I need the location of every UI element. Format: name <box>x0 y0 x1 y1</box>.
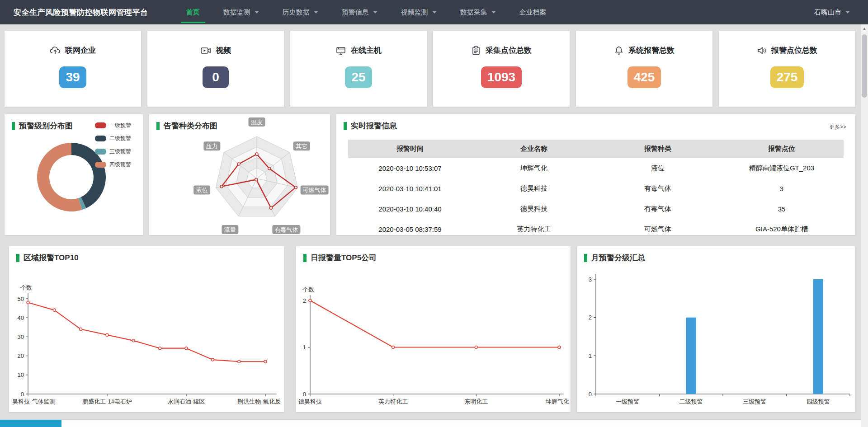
bottom-strip <box>0 419 861 427</box>
panel-title: 告警种类分布图 <box>156 121 217 131</box>
dashboard-screen: 安全生产风险预警防控物联网管理平台 首页 数据监测 历史数据 预警信息 视频监测… <box>0 0 868 427</box>
nav-item-history-data[interactable]: 历史数据 <box>271 0 330 24</box>
nav-item-warning-info[interactable]: 预警信息 <box>330 0 389 24</box>
nav-item-enterprise-archive[interactable]: 企业档案 <box>508 0 558 24</box>
stat-value: 0 <box>203 66 229 88</box>
panel-title: 区域报警TOP10 <box>16 253 79 263</box>
svg-text:1: 1 <box>589 352 592 359</box>
chevron-down-icon <box>255 11 259 14</box>
svg-text:三级预警: 三级预警 <box>743 398 766 405</box>
alarm-type-radar-chart: 温度其它可燃气体有毒气体流量液位压力 <box>149 114 330 235</box>
svg-text:英力特化工: 英力特化工 <box>378 398 408 405</box>
nav-item-data-collect[interactable]: 数据采集 <box>448 0 508 24</box>
svg-text:50: 50 <box>18 296 24 302</box>
table-row: 2020-03-10 10:53:07坤辉气化液位精醇南罐液位GT_203 <box>348 158 844 178</box>
daily-top5-panel: 日报警量TOP5公司 012个数德昊科技英力特化工东明化工坤辉气化 <box>296 246 571 412</box>
legend-marker <box>95 149 106 155</box>
nav-item-data-monitor[interactable]: 数据监测 <box>212 0 271 24</box>
stat-card-online-enterprise: 联网企业 39 <box>5 31 141 107</box>
svg-text:坤辉气化: 坤辉气化 <box>545 398 569 405</box>
svg-text:20: 20 <box>18 352 24 359</box>
chevron-down-icon <box>845 11 850 14</box>
warning-level-panel: 预警级别分布图 一级预警 二级预警 三级预警 四级预警 <box>5 114 143 235</box>
svg-text:个数: 个数 <box>20 284 32 291</box>
svg-text:2: 2 <box>589 314 592 321</box>
svg-text:40: 40 <box>18 314 24 321</box>
more-link[interactable]: 更多>> <box>829 123 846 131</box>
svg-text:有毒气体: 有毒气体 <box>274 226 298 233</box>
realtime-alarm-panel: 实时报警信息 更多>> 报警时间 企业名称 报警种类 报警点位 2020-03-… <box>336 114 855 235</box>
svg-text:荆洪生物-氧化反: 荆洪生物-氧化反 <box>237 398 280 405</box>
legend-item-level4[interactable]: 四级预警 <box>95 161 131 169</box>
table-row: 2020-03-05 08:37:59英力特化工可燃气体GIA-520单体贮槽 <box>348 219 844 239</box>
chevron-down-icon <box>491 11 496 14</box>
title-accent-bar <box>16 254 19 262</box>
chevron-down-icon <box>314 11 318 14</box>
title-accent-bar <box>303 254 307 262</box>
alarm-type-panel: 告警种类分布图 温度其它可燃气体有毒气体流量液位压力 <box>149 114 330 235</box>
title-accent-bar <box>344 122 347 130</box>
scroll-up-arrow[interactable]: ▲ <box>861 24 868 32</box>
legend-item-level3[interactable]: 三级预警 <box>95 148 131 155</box>
stat-value: 1093 <box>481 66 522 88</box>
stat-card-system-alarms: 系统报警总数 425 <box>576 31 712 107</box>
stat-label: 系统报警总数 <box>628 45 675 56</box>
stat-value: 39 <box>59 66 86 88</box>
bell-icon <box>614 46 624 56</box>
speaker-icon <box>757 46 767 56</box>
svg-text:二级预警: 二级预警 <box>679 398 703 405</box>
chevron-down-icon <box>373 11 377 14</box>
nav-item-video-monitor[interactable]: 视频监测 <box>389 0 448 24</box>
svg-text:个数: 个数 <box>302 286 314 293</box>
legend-marker <box>95 162 106 168</box>
nav-item-home[interactable]: 首页 <box>175 0 212 24</box>
svg-text:四级预警: 四级预警 <box>807 398 830 405</box>
scrollbar-thumb[interactable] <box>862 34 867 98</box>
svg-text:0: 0 <box>21 391 24 398</box>
legend-marker <box>95 122 106 128</box>
monthly-summary-panel: 月预警分级汇总 0123一级预警二级预警三级预警四级预警 <box>577 246 855 412</box>
host-icon <box>335 46 346 56</box>
monthly-summary-chart: 0123一级预警二级预警三级预警四级预警 <box>577 246 855 412</box>
svg-text:液位: 液位 <box>196 187 208 193</box>
clipboard-icon <box>471 46 481 56</box>
vertical-scrollbar[interactable]: ▲ <box>861 24 868 427</box>
title-accent-bar <box>584 254 587 262</box>
svg-text:30: 30 <box>18 333 24 340</box>
col-alarm-type: 报警种类 <box>596 140 720 158</box>
svg-text:其它: 其它 <box>296 143 307 150</box>
stat-label: 联网企业 <box>65 45 96 56</box>
region-selector[interactable]: 石嘴山市 <box>814 8 850 17</box>
panel-title: 日报警量TOP5公司 <box>303 253 377 263</box>
cloud-upload-icon <box>50 46 61 56</box>
stat-card-online-host: 在线主机 25 <box>290 31 427 107</box>
legend-marker <box>95 136 106 141</box>
svg-text:鹏盛化工-1#电石炉: 鹏盛化工-1#电石炉 <box>82 398 132 405</box>
svg-text:压力: 压力 <box>206 143 218 150</box>
legend-item-level2[interactable]: 二级预警 <box>95 135 131 142</box>
col-enterprise-name: 企业名称 <box>472 140 596 158</box>
region-top10-panel: 区域报警TOP10 01020304050个数昊科技-气体监测鹏盛化工-1#电石… <box>9 246 284 412</box>
svg-text:昊科技-气体监测: 昊科技-气体监测 <box>12 398 55 405</box>
stat-card-video: 视频 0 <box>147 31 284 107</box>
svg-text:永润石油-罐区: 永润石油-罐区 <box>168 398 205 405</box>
legend-item-level1[interactable]: 一级预警 <box>95 122 131 129</box>
svg-text:德昊科技: 德昊科技 <box>298 398 322 405</box>
panel-title: 实时报警信息 <box>344 121 397 131</box>
svg-text:1: 1 <box>303 344 306 351</box>
video-icon <box>200 46 211 56</box>
col-alarm-time: 报警时间 <box>348 140 472 158</box>
table-row: 2020-03-10 10:41:01德昊科技有毒气体3 <box>348 178 844 199</box>
stat-card-alarm-points: 报警点位总数 275 <box>719 31 855 107</box>
svg-text:一级预警: 一级预警 <box>616 398 639 405</box>
app-title: 安全生产风险预警防控物联网管理平台 <box>14 7 148 18</box>
stat-label: 采集点位总数 <box>486 45 532 56</box>
svg-text:流量: 流量 <box>224 226 236 233</box>
daily-top5-chart: 012个数德昊科技英力特化工东明化工坤辉气化 <box>296 246 571 412</box>
chevron-down-icon <box>432 11 437 14</box>
stat-value: 25 <box>345 66 372 88</box>
panel-title: 预警级别分布图 <box>12 121 73 131</box>
svg-text:2: 2 <box>303 297 306 304</box>
svg-text:温度: 温度 <box>251 119 263 126</box>
donut-legend: 一级预警 二级预警 三级预警 四级预警 <box>95 122 131 174</box>
